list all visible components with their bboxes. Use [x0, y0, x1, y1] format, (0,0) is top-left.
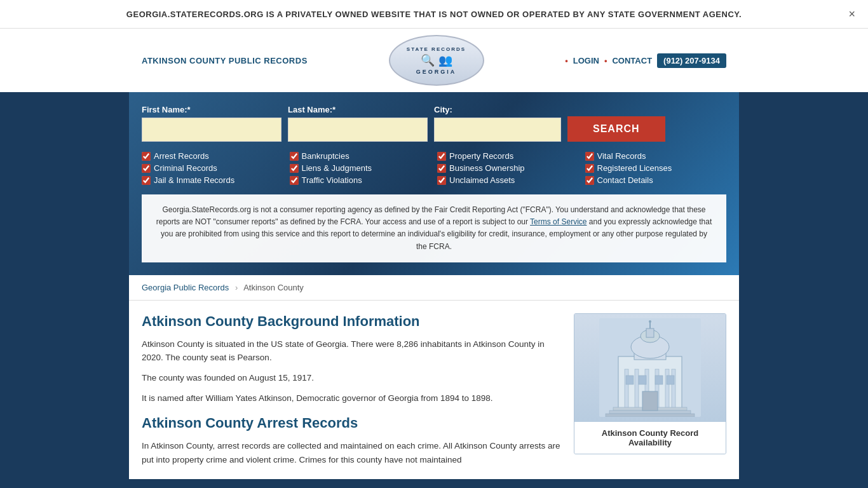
record-type-filter: Criminal Records	[142, 163, 283, 173]
last-name-input[interactable]	[288, 118, 428, 142]
close-icon[interactable]: ×	[848, 8, 855, 21]
svg-rect-15	[609, 410, 691, 414]
filter-checkbox-10[interactable]	[437, 176, 446, 185]
filter-checkbox-6[interactable]	[437, 164, 446, 173]
filter-label-2: Property Records	[449, 151, 513, 161]
record-type-filter: Arrest Records	[142, 151, 283, 161]
filter-label-9: Traffic Violations	[302, 175, 362, 185]
filter-label-3: Vital Records	[597, 151, 646, 161]
filter-label-10: Unclaimed Assets	[449, 175, 515, 185]
section1-p2: The county was founded on August 15, 191…	[142, 371, 561, 385]
first-name-group: First Name:*	[142, 105, 281, 142]
record-type-filter: Registered Licenses	[585, 163, 727, 173]
search-button[interactable]: SEARCH	[567, 116, 665, 142]
first-name-label: First Name:*	[142, 105, 281, 114]
banner-text: GEORGIA.STATERECORDS.ORG IS A PRIVATELY …	[126, 10, 742, 19]
city-group: City:	[434, 105, 561, 142]
city-label: City:	[434, 105, 561, 114]
section1-p1: Atkinson County is situated in the US st…	[142, 337, 561, 365]
sidebar-card-label: Atkinson County Record Availability	[574, 422, 726, 454]
filter-checkbox-11[interactable]	[585, 176, 594, 185]
filter-label-7: Registered Licenses	[597, 163, 672, 173]
filter-checkbox-0[interactable]	[142, 152, 151, 161]
record-type-filters: Arrest RecordsBankruptciesProperty Recor…	[142, 151, 726, 185]
breadcrumb-separator: ›	[235, 283, 238, 292]
filter-checkbox-8[interactable]	[142, 176, 151, 185]
logo-text-bottom: GEORGIA	[416, 69, 457, 75]
section1-p3: It is named after William Yates Atkinson…	[142, 391, 561, 405]
site-logo: STATE RECORDS 🔍 👥 GEORGIA	[389, 35, 484, 86]
section2-title: Atkinson County Arrest Records	[142, 415, 561, 431]
record-type-filter: Jail & Inmate Records	[142, 175, 283, 185]
record-type-filter: Property Records	[437, 151, 579, 161]
record-type-filter: Unclaimed Assets	[437, 175, 579, 185]
filter-checkbox-9[interactable]	[290, 176, 299, 185]
filter-checkbox-1[interactable]	[290, 152, 299, 161]
sidebar: Atkinson County Record Availability	[574, 313, 726, 473]
site-header: ATKINSON COUNTY PUBLIC RECORDS STATE REC…	[0, 29, 868, 92]
site-title: ATKINSON COUNTY PUBLIC RECORDS	[142, 56, 308, 65]
filter-label-11: Contact Details	[597, 175, 653, 185]
filter-label-0: Arrest Records	[154, 151, 209, 161]
terms-link[interactable]: Terms of Service	[530, 217, 587, 226]
contact-link[interactable]: CONTACT	[612, 56, 652, 65]
svg-rect-9	[635, 369, 639, 410]
filter-label-5: Liens & Judgments	[302, 163, 372, 173]
section1-title: Atkinson County Background Information	[142, 313, 561, 330]
filter-label-8: Jail & Inmate Records	[154, 175, 234, 185]
breadcrumb-parent[interactable]: Georgia Public Records	[142, 283, 229, 292]
record-type-filter: Vital Records	[585, 151, 727, 161]
first-name-input[interactable]	[142, 118, 281, 142]
svg-rect-16	[606, 414, 695, 417]
svg-point-7	[649, 320, 651, 323]
building-illustration	[599, 318, 701, 417]
filter-checkbox-7[interactable]	[585, 164, 594, 173]
svg-rect-5	[646, 329, 654, 337]
svg-rect-21	[667, 376, 674, 384]
section2-p1: In Atkinson County, arrest records are c…	[142, 439, 561, 466]
breadcrumb: Georgia Public Records › Atkinson County	[129, 275, 739, 301]
filter-checkbox-3[interactable]	[585, 152, 594, 161]
svg-rect-20	[655, 376, 663, 384]
header-nav: • LOGIN • CONTACT (912) 207-9134	[565, 53, 726, 68]
content-body: Atkinson County Background Information A…	[129, 301, 739, 480]
filter-label-6: Business Ownership	[449, 163, 525, 173]
filter-checkbox-2[interactable]	[437, 152, 446, 161]
filter-checkbox-5[interactable]	[290, 164, 299, 173]
people-icon: 👥	[438, 53, 452, 67]
record-type-filter: Traffic Violations	[290, 175, 431, 185]
record-type-filter: Liens & Judgments	[290, 163, 431, 173]
phone-badge[interactable]: (912) 207-9134	[657, 53, 726, 68]
search-form: First Name:* Last Name:* City: SEARCH	[142, 105, 726, 142]
svg-rect-17	[642, 391, 658, 410]
breadcrumb-current: Atkinson County	[243, 283, 304, 292]
notice-banner: GEORGIA.STATERECORDS.ORG IS A PRIVATELY …	[0, 0, 868, 29]
sidebar-image	[574, 314, 726, 422]
record-type-filter: Business Ownership	[437, 163, 579, 173]
record-type-filter: Bankruptcies	[290, 151, 431, 161]
nav-dot-2: •	[604, 56, 607, 65]
login-link[interactable]: LOGIN	[573, 56, 599, 65]
disclaimer-content: Georgia.StateRecords.org is not a consum…	[156, 205, 712, 251]
disclaimer-text: Georgia.StateRecords.org is not a consum…	[142, 194, 726, 262]
sidebar-card: Atkinson County Record Availability	[574, 313, 726, 454]
filter-checkbox-4[interactable]	[142, 164, 151, 173]
nav-dot-1: •	[565, 56, 568, 65]
city-input[interactable]	[434, 118, 561, 142]
last-name-group: Last Name:*	[288, 105, 428, 142]
filter-label-1: Bankruptcies	[302, 151, 349, 161]
main-content: Atkinson County Background Information A…	[142, 313, 561, 473]
logo-text-top: STATE RECORDS	[407, 46, 466, 52]
search-section: First Name:* Last Name:* City: SEARCH Ar…	[129, 92, 739, 275]
svg-rect-18	[626, 376, 634, 384]
record-type-filter: Contact Details	[585, 175, 727, 185]
last-name-label: Last Name:*	[288, 105, 428, 114]
svg-rect-19	[639, 376, 646, 384]
magnifier-icon: 🔍	[421, 53, 435, 67]
filter-label-4: Criminal Records	[154, 163, 217, 173]
